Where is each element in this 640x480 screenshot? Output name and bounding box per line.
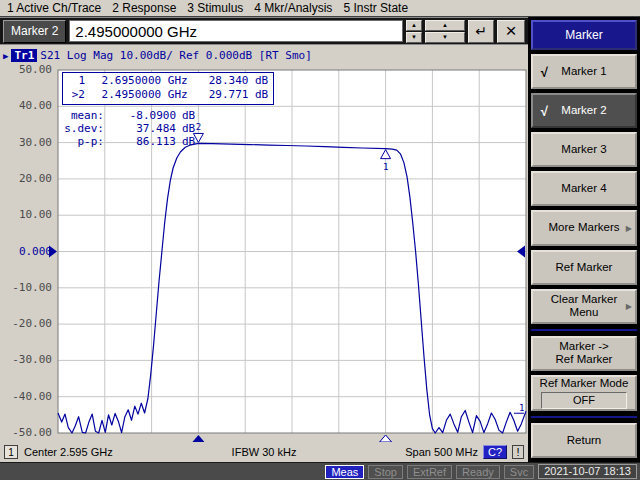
check-icon: √ [540,104,547,117]
channel-number-box: 1 [4,445,18,459]
trace-format-text: S21 Log Mag 10.00dB/ Ref 0.000dB [RT Smo… [40,49,312,62]
menu-stimulus[interactable]: 3 Stimulus [187,1,243,15]
marker-row-freq: 2.4950000 GHz [92,88,188,102]
svg-text:2: 2 [196,122,201,132]
coarse-step-up-button[interactable]: ▲ [425,20,465,31]
softkey-label: Marker -> [559,340,609,353]
softkey-label: Ref Marker [556,261,613,274]
fine-step-up-button[interactable]: ▲ [406,20,422,31]
softkey-separator [531,415,637,419]
alert-badge: ! [512,445,524,459]
y-axis-label: -20.00 [0,317,52,330]
coarse-step-down-button[interactable]: ▼ [425,32,465,43]
span-label: Span 500 MHz [405,446,478,458]
stat-row-pp: p-p:86.113dB [62,135,195,148]
statistics-readout: mean:-8.0900dB s.dev:37.484dB p-p:86.113… [62,109,195,148]
softkey-label: Clear Marker [551,293,617,306]
softkey-marker-to-ref-marker[interactable]: Marker -> Ref Marker [531,336,637,371]
status-bar: Meas Stop ExtRef Ready Svc 2021-10-07 18… [0,462,640,480]
y-axis-label: 40.00 [0,99,52,112]
softkey-return[interactable]: Return [531,423,637,458]
softkey-menu: Marker √ Marker 1 √ Marker 2 Marker 3 Ma… [528,17,640,462]
marker-entry-bar: Marker 2 ▲ ▼ ▲ ▼ ↵ × [0,17,528,45]
analyzer-screen: 1 Active Ch/Trace 2 Response 3 Stimulus … [0,0,640,480]
marker-row-value: 28.340 dB [194,74,268,88]
y-axis-label: 20.00 [0,172,52,185]
y-axis-label: 0.000 [0,245,52,258]
softkey-label: Return [567,434,602,447]
fine-step-down-button[interactable]: ▼ [406,32,422,43]
softkey-ref-marker-mode[interactable]: Ref Marker Mode OFF [531,375,637,411]
graph-area: 121 ▶ Tr1 S21 Log Mag 10.00dB/ Ref 0.000… [0,45,528,442]
svg-text:1: 1 [519,403,524,413]
marker-readout-row: 1 2.6950000 GHz 28.340 dB [68,74,268,88]
softkey-label: Ref Marker [556,353,613,366]
submenu-arrow-icon: ▶ [626,300,632,313]
menu-mkr-analysis[interactable]: 4 Mkr/Analysis [254,1,332,15]
softkey-label: Ref Marker Mode [540,377,629,390]
menu-bar: 1 Active Ch/Trace 2 Response 3 Stimulus … [0,0,640,17]
status-svc: Svc [504,465,534,479]
datetime-display: 2021-10-07 18:13 [538,464,637,479]
softkey-marker-2[interactable]: √ Marker 2 [531,93,637,128]
ifbw-label: IFBW 30 kHz [232,446,297,458]
active-trace-arrow-icon: ▶ [3,51,8,61]
trace-header: ▶ Tr1 S21 Log Mag 10.00dB/ Ref 0.000dB [… [3,49,312,62]
y-axis-label: 10.00 [0,208,52,221]
marker-readout-row: >2 2.4950000 GHz 29.771 dB [68,88,268,102]
softkey-label: Marker 2 [561,104,606,117]
enter-button[interactable]: ↵ [468,20,494,43]
softkey-label: Menu [570,306,599,319]
softkey-label: Marker 4 [561,182,606,195]
y-axis-label: -50.00 [0,426,52,439]
status-ready: Ready [456,465,500,479]
center-frequency-label: Center 2.595 GHz [24,446,113,458]
marker-row-id: 1 [68,74,85,88]
softkey-marker-3[interactable]: Marker 3 [531,132,637,167]
submenu-arrow-icon: ▶ [626,221,632,234]
svg-text:1: 1 [383,162,388,172]
marker-row-id: >2 [68,88,85,102]
status-stop: Stop [368,465,403,479]
softkey-label: Marker 1 [561,65,606,78]
status-meas: Meas [325,465,364,479]
fine-stepper: ▲ ▼ [406,20,422,43]
stat-row-sdev: s.dev:37.484dB [62,122,195,135]
marker-row-freq: 2.6950000 GHz [92,74,188,88]
y-axis-label: -10.00 [0,281,52,294]
menu-instr-state[interactable]: 5 Instr State [343,1,408,15]
softkey-marker-1[interactable]: √ Marker 1 [531,54,637,89]
marker-value-input[interactable] [69,20,403,42]
check-icon: √ [540,65,547,78]
coarse-stepper: ▲ ▼ [425,20,465,43]
softkey-separator [531,328,637,332]
y-axis-label: -30.00 [0,353,52,366]
softkey-menu-title: Marker [531,20,637,50]
correction-badge: C? [483,445,507,459]
stat-row-mean: mean:-8.0900dB [62,109,195,122]
marker-readout-table: 1 2.6950000 GHz 28.340 dB >2 2.4950000 G… [62,72,274,105]
stimulus-info-bar: 1 Center 2.595 GHz IFBW 30 kHz Span 500 … [0,442,528,462]
menu-active-ch-trace[interactable]: 1 Active Ch/Trace [7,1,101,15]
softkey-label: More Markers [549,221,620,234]
y-axis-label: 50.00 [0,63,52,76]
close-entry-button[interactable]: × [497,20,525,43]
ref-marker-mode-value: OFF [541,392,627,409]
y-axis-label: -40.00 [0,390,52,403]
trace-number-tag[interactable]: Tr1 [11,49,37,62]
softkey-marker-4[interactable]: Marker 4 [531,171,637,206]
marker-entry-label: Marker 2 [3,20,66,43]
softkey-clear-marker-menu[interactable]: Clear Marker Menu ▶ [531,289,637,324]
softkey-more-markers[interactable]: More Markers ▶ [531,210,637,245]
y-axis-label: 30.00 [0,136,52,149]
softkey-label: Marker 3 [561,143,606,156]
status-extref: ExtRef [407,465,452,479]
softkey-ref-marker[interactable]: Ref Marker [531,250,637,285]
menu-response[interactable]: 2 Response [112,1,176,15]
marker-row-value: 29.771 dB [194,88,268,102]
